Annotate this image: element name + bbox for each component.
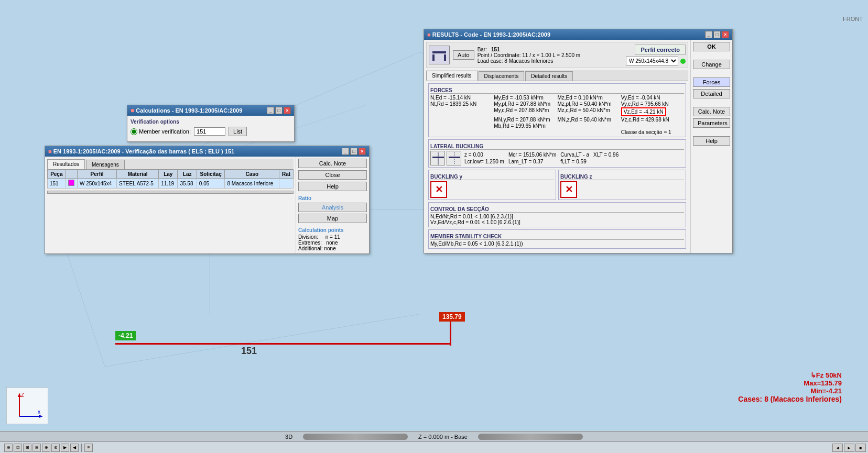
toolbar-btn-1[interactable]: ⊖ <box>4 444 13 452</box>
perfil-correcto: Perfil correcto <box>635 45 686 55</box>
col-solicit: Solicitaç <box>197 170 225 179</box>
toolbar-btn-6[interactable]: ⊗ <box>51 444 60 452</box>
change-button[interactable]: Change <box>693 60 730 69</box>
svg-line-5 <box>105 314 419 367</box>
member-value-input[interactable] <box>194 127 225 136</box>
cell-material: STEEL A572-5 <box>117 179 159 189</box>
stability-header: MEMBER STABILITY CHECK <box>430 234 684 240</box>
nav-btn-prev[interactable]: ◄ <box>832 444 843 452</box>
cell-color <box>66 179 77 189</box>
bar-value: 151 <box>491 47 500 52</box>
verif-titlebar: ■ EN 1993-1:2005/AC:2009 - Verificação d… <box>45 146 369 157</box>
svg-rect-17 <box>444 54 446 61</box>
svg-rect-8 <box>6 388 48 424</box>
status-dot <box>680 59 686 64</box>
nav-btn-next[interactable]: ► <box>844 444 854 452</box>
mnyrd: MN,y,Rd = 207.88 kN*m <box>494 117 557 123</box>
separator <box>81 444 82 452</box>
scrollbar-h[interactable] <box>47 191 294 194</box>
scrollbar-bottom[interactable] <box>478 434 583 440</box>
point-label: Point / Coordinate: <box>478 52 521 58</box>
lb-fi: fi,LT = 0.59 <box>560 159 589 164</box>
beam-line <box>115 343 451 345</box>
myplrd: My,pl,Rd = 207.88 kN*m <box>494 101 557 107</box>
mzplrd: Mz,pl,Rd = 50.40 kN*m <box>558 101 621 107</box>
vycrd: Vy,c,Rd = 795.66 kN <box>621 101 684 107</box>
help-button[interactable]: Help <box>298 182 367 191</box>
mbrd: Mb,Rd = 199.65 kN*m <box>494 123 557 129</box>
legend-fz: ↳Fz 50kN <box>738 371 842 379</box>
mycrd: My,c,Rd = 207.88 kN*m <box>494 107 557 116</box>
parameters-button[interactable]: Parameters <box>693 118 730 128</box>
calc-maximize[interactable]: □ <box>275 107 283 114</box>
toolbar-btn-8[interactable]: ◀ <box>70 444 79 452</box>
cell-caso: 8 Macacos Inferiore <box>225 179 279 189</box>
vzed-highlighted: Vz,Ed = -4.21 kN <box>621 107 666 116</box>
results-tab-bar: Simplified results Displacements Detaile… <box>426 70 688 81</box>
ok-button[interactable]: OK <box>693 42 730 51</box>
profile-select[interactable]: W 250x145x44.8 <box>626 57 678 65</box>
calc-close[interactable]: × <box>284 107 291 114</box>
load-value: 8 Macacos Inferiores <box>504 58 553 64</box>
myed: My,Ed = -10.53 kN*m <box>494 95 557 101</box>
auto-button[interactable]: Auto <box>453 50 474 60</box>
tab-mensagens[interactable]: Mensagens <box>86 160 125 169</box>
nav-btn-end[interactable]: ■ <box>855 444 866 452</box>
results-help[interactable]: Help <box>693 136 730 146</box>
verif-tab-bar: Resultados Mensagens <box>47 159 294 170</box>
toolbar-btn-5[interactable]: ⊕ <box>42 444 50 452</box>
view-bar: 3D Z = 0.000 m - Base <box>0 431 868 441</box>
results-title: ■ RESULTS - Code - EN 1993-1:2005/AC:200… <box>427 31 550 38</box>
verif-minimize[interactable]: _ <box>342 148 349 155</box>
load-label: Load case: <box>478 58 503 64</box>
calc-note-button[interactable]: Calc. Note <box>298 159 367 168</box>
results-calc-note[interactable]: Calc. Note <box>693 107 730 116</box>
verif-close[interactable]: × <box>359 148 366 155</box>
results-maximize[interactable]: □ <box>713 31 721 38</box>
table-row[interactable]: 151 W 250x145x4 STEEL A572-5 11.19 35.58… <box>48 179 294 189</box>
analysis-button[interactable]: Analysis <box>298 203 367 212</box>
col-peca: Peça <box>48 170 66 179</box>
lb-curva: Curva,LT - a <box>560 152 589 158</box>
list-button[interactable]: List <box>229 127 247 136</box>
left-value-tag: -4.21 <box>115 331 136 340</box>
results-close[interactable]: × <box>722 31 729 38</box>
detailed-button[interactable]: Detailed <box>693 89 730 98</box>
additional-label: Additional: none <box>298 246 367 251</box>
member-verification-radio[interactable]: Member verification: <box>131 128 191 135</box>
top-value-tag: 135.79 <box>439 312 465 322</box>
tab-displacements[interactable]: Displacements <box>479 71 525 81</box>
toolbar-btn-2[interactable]: ⊡ <box>14 444 22 452</box>
verif-maximize[interactable]: □ <box>350 148 357 155</box>
toolbar-btn-9[interactable]: ≡ <box>84 444 93 452</box>
toolbar-btn-3[interactable]: ⊞ <box>23 444 31 452</box>
forces-button[interactable]: Forces <box>693 78 730 87</box>
calc-points-label: Calculation points <box>298 227 367 233</box>
cell-perfil: W 250x145x4 <box>78 179 117 189</box>
ned: N,Ed = -15.14 kN <box>430 95 493 101</box>
view-3d: 3D <box>285 434 292 440</box>
toolbar-btn-7[interactable]: ▶ <box>61 444 69 452</box>
vyed: Vy,Ed = -0.04 kN <box>621 95 684 101</box>
cell-rat <box>279 179 294 189</box>
close-button[interactable]: Close <box>298 170 367 180</box>
point-info: Point / Coordinate: 11 / x = 1.00 L = 2.… <box>478 52 623 58</box>
cell-peca: 151 <box>48 179 66 189</box>
toolbar-btn-4[interactable]: ⊟ <box>32 444 41 452</box>
results-minimize[interactable]: _ <box>705 31 712 38</box>
member-radio[interactable] <box>131 128 137 135</box>
tab-resultados[interactable]: Resultados <box>47 159 85 169</box>
verification-window: ■ EN 1993-1:2005/AC:2009 - Verificação d… <box>45 146 370 254</box>
ratio-label: Ratio <box>298 195 367 201</box>
buckling-y-header: BUCKLING y <box>430 174 554 180</box>
lb-xlt: XLT = 0.96 <box>593 152 619 158</box>
legend-max: Max=135.79 <box>738 379 842 387</box>
tab-simplified[interactable]: Simplified results <box>426 71 478 81</box>
mzcrd: Mz,c,Rd = 50.40 kN*m <box>558 107 621 116</box>
tab-detailed[interactable]: Detailed results <box>525 71 573 81</box>
calc-minimize[interactable]: _ <box>267 107 274 114</box>
results-titlebar: ■ RESULTS - Code - EN 1993-1:2005/AC:200… <box>424 29 732 40</box>
map-button[interactable]: Map <box>298 214 367 223</box>
classe: Classe da secção = 1 <box>621 129 684 135</box>
progress-bar[interactable] <box>303 434 408 440</box>
